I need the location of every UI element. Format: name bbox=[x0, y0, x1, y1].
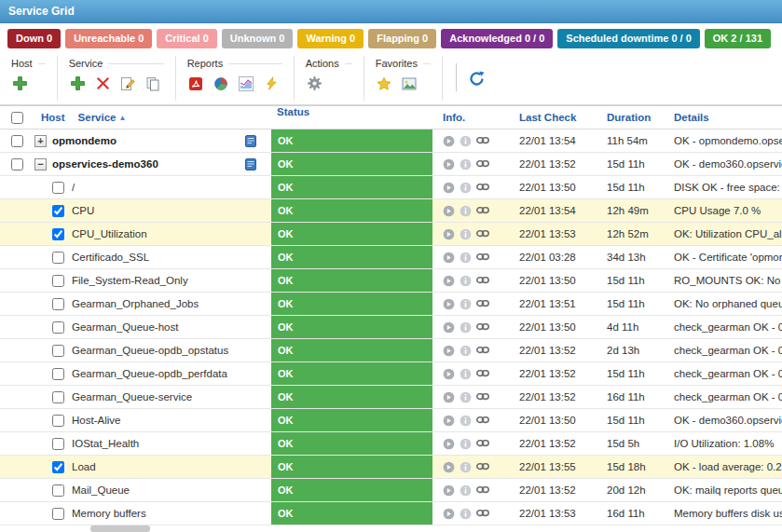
link-icon[interactable] bbox=[476, 416, 489, 425]
row-checkbox[interactable] bbox=[52, 321, 64, 334]
recheck-icon[interactable] bbox=[443, 182, 455, 194]
graph-report-icon[interactable] bbox=[238, 75, 255, 92]
info-icon[interactable] bbox=[460, 391, 472, 403]
recheck-icon[interactable] bbox=[443, 228, 455, 240]
service-row[interactable]: LoadOK22/01 13:5515d 18hOK - load averag… bbox=[0, 456, 782, 479]
row-checkbox[interactable] bbox=[52, 484, 64, 497]
link-icon[interactable] bbox=[476, 322, 489, 332]
service-name[interactable]: Gearman_Queue-opdb_opstatus bbox=[72, 345, 228, 356]
link-icon[interactable] bbox=[476, 252, 489, 262]
info-icon[interactable] bbox=[460, 368, 472, 380]
service-row[interactable]: IOStat_HealthOK22/01 13:5215d 5hI/O Util… bbox=[0, 432, 782, 456]
column-header-host[interactable]: Host bbox=[34, 112, 65, 123]
expand-icon[interactable]: + bbox=[34, 135, 47, 147]
favorite-star-icon[interactable] bbox=[376, 75, 393, 92]
service-name[interactable]: Load bbox=[72, 461, 96, 472]
status-button-down[interactable]: Down 0 bbox=[7, 29, 61, 48]
status-button-scheduled-downtime[interactable]: Scheduled downtime 0 / 0 bbox=[557, 29, 699, 48]
info-icon[interactable] bbox=[460, 228, 472, 240]
row-checkbox[interactable] bbox=[52, 438, 64, 450]
info-icon[interactable] bbox=[460, 345, 472, 357]
status-button-critical[interactable]: Critical 0 bbox=[157, 29, 216, 48]
delete-service-icon[interactable] bbox=[94, 75, 112, 92]
pie-report-icon[interactable] bbox=[213, 75, 230, 92]
info-icon[interactable] bbox=[460, 182, 472, 194]
host-notes-icon[interactable] bbox=[245, 135, 256, 147]
settings-icon[interactable] bbox=[306, 75, 323, 92]
service-row[interactable]: Gearman_Queue-serviceOK22/01 13:5216d 11… bbox=[0, 386, 782, 409]
recheck-icon[interactable] bbox=[443, 298, 455, 310]
recheck-icon[interactable] bbox=[443, 275, 455, 287]
row-checkbox[interactable] bbox=[52, 508, 64, 520]
recheck-icon[interactable] bbox=[443, 391, 455, 403]
host-name[interactable]: opservices-demo360 bbox=[52, 158, 158, 170]
horizontal-scrollbar-thumb[interactable] bbox=[90, 525, 150, 532]
service-row[interactable]: Certificado_SSLOK22/01 03:2834d 13hOK - … bbox=[0, 246, 782, 269]
row-checkbox[interactable] bbox=[11, 135, 23, 147]
info-icon[interactable] bbox=[460, 205, 472, 217]
service-row[interactable]: /OK22/01 13:5015d 11hDISK OK - free spac… bbox=[0, 176, 782, 199]
recheck-icon[interactable] bbox=[443, 158, 455, 171]
link-icon[interactable] bbox=[476, 509, 489, 518]
row-checkbox[interactable] bbox=[52, 228, 64, 240]
edit-service-icon[interactable] bbox=[119, 75, 137, 92]
info-icon[interactable] bbox=[460, 484, 472, 497]
favorite-view-icon[interactable] bbox=[401, 75, 418, 92]
info-icon[interactable] bbox=[460, 321, 472, 334]
service-name[interactable]: Certificado_SSL bbox=[72, 252, 149, 263]
refresh-icon[interactable] bbox=[468, 70, 486, 88]
status-button-flapping[interactable]: Flapping 0 bbox=[368, 29, 436, 48]
row-checkbox[interactable] bbox=[11, 158, 23, 171]
service-row[interactable]: CPUOK22/01 13:5412h 49mCPU Usage 7.0 % bbox=[0, 199, 782, 223]
row-checkbox[interactable] bbox=[52, 368, 64, 380]
row-checkbox[interactable] bbox=[52, 275, 64, 287]
info-icon[interactable] bbox=[460, 158, 472, 171]
status-button-warning[interactable]: Warning 0 bbox=[297, 29, 364, 48]
row-checkbox[interactable] bbox=[52, 345, 64, 357]
info-icon[interactable] bbox=[460, 461, 472, 473]
link-icon[interactable] bbox=[476, 462, 489, 471]
recheck-icon[interactable] bbox=[443, 461, 455, 473]
service-row[interactable]: Host-AliveOK22/01 13:5015d 11hOK - demo3… bbox=[0, 409, 782, 432]
link-icon[interactable] bbox=[476, 206, 489, 215]
recheck-icon[interactable] bbox=[443, 438, 455, 450]
service-name[interactable]: CPU bbox=[72, 205, 94, 216]
service-name[interactable]: Mail_Queue bbox=[72, 484, 130, 496]
recheck-icon[interactable] bbox=[443, 368, 455, 380]
service-name[interactable]: / bbox=[72, 182, 75, 193]
row-checkbox[interactable] bbox=[52, 391, 64, 403]
host-notes-icon[interactable] bbox=[245, 158, 256, 171]
service-row[interactable]: Mail_QueueOK22/01 13:5220d 12hOK: mailq … bbox=[0, 479, 782, 502]
row-checkbox[interactable] bbox=[52, 182, 64, 194]
service-name[interactable]: CPU_Utilization bbox=[72, 228, 147, 239]
service-name[interactable]: Memory buffers bbox=[72, 508, 146, 519]
link-icon[interactable] bbox=[476, 392, 489, 402]
info-icon[interactable] bbox=[460, 415, 472, 427]
column-header-status[interactable]: Status bbox=[277, 106, 309, 117]
link-icon[interactable] bbox=[476, 439, 489, 448]
link-icon[interactable] bbox=[476, 183, 489, 192]
column-header-details[interactable]: Details bbox=[674, 112, 709, 123]
service-name[interactable]: IOStat_Health bbox=[72, 438, 139, 449]
recheck-icon[interactable] bbox=[443, 345, 455, 357]
service-name[interactable]: Gearman_Orphaned_Jobs bbox=[72, 298, 199, 309]
service-name[interactable]: Gearman_Queue-opdb_perfdata bbox=[72, 368, 227, 379]
link-icon[interactable] bbox=[476, 346, 489, 355]
link-icon[interactable] bbox=[476, 485, 489, 495]
row-checkbox[interactable] bbox=[52, 252, 64, 264]
service-name[interactable]: Host-Alive bbox=[72, 415, 120, 426]
column-header-info[interactable]: Info. bbox=[443, 112, 465, 123]
link-icon[interactable] bbox=[476, 369, 489, 378]
info-icon[interactable] bbox=[460, 508, 472, 520]
recheck-icon[interactable] bbox=[443, 508, 455, 520]
service-row[interactable]: File_System-Read_OnlyOK22/01 13:5015d 11… bbox=[0, 269, 782, 293]
status-button-ok[interactable]: OK 2 / 131 bbox=[705, 29, 771, 48]
copy-service-icon[interactable] bbox=[144, 75, 162, 92]
host-row[interactable]: +opmondemoOK22/01 13:5411h 54mOK - opmon… bbox=[0, 130, 782, 153]
row-checkbox[interactable] bbox=[52, 205, 64, 217]
service-name[interactable]: Gearman_Queue-service bbox=[72, 391, 192, 402]
recheck-icon[interactable] bbox=[443, 252, 455, 264]
host-name[interactable]: opmondemo bbox=[52, 135, 117, 146]
service-name[interactable]: Gearman_Queue-host bbox=[72, 321, 178, 333]
pdf-report-icon[interactable] bbox=[187, 75, 205, 92]
